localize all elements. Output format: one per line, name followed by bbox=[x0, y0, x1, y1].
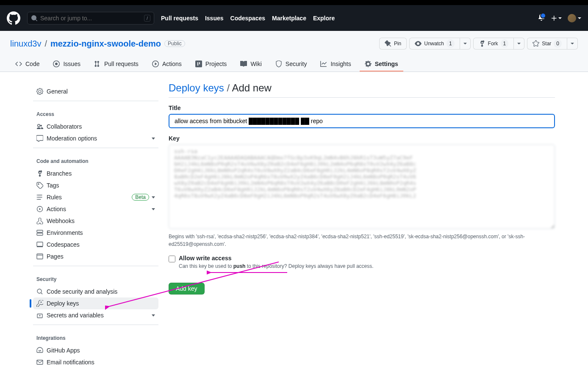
mail-icon bbox=[36, 359, 43, 366]
search-box[interactable]: / bbox=[27, 12, 154, 25]
sidebar-item-moderation[interactable]: Moderation options bbox=[33, 132, 158, 144]
sidebar-item-secrets[interactable]: Secrets and variables bbox=[33, 309, 158, 321]
play-icon bbox=[152, 61, 159, 67]
sidebar-item-general[interactable]: General bbox=[33, 85, 158, 97]
sidebar-item-github-apps[interactable]: GitHub Apps bbox=[33, 344, 158, 356]
sidebar-item-collaborators[interactable]: Collaborators bbox=[33, 121, 158, 132]
key-icon bbox=[36, 300, 43, 307]
repo-actions: Pin Unwatch 1 Fork 1 bbox=[379, 38, 578, 50]
tab-security[interactable]: Security bbox=[270, 57, 312, 72]
tab-code[interactable]: Code bbox=[10, 57, 44, 72]
sidebar-item-branches[interactable]: Branches bbox=[33, 168, 158, 179]
key-textarea[interactable]: ssh-rsa AAAAB3NzaC1yc2EAAAADAQABAAACAQDm… bbox=[169, 144, 555, 229]
eye-icon bbox=[415, 40, 422, 47]
tab-issues[interactable]: Issues bbox=[48, 57, 85, 72]
avatar bbox=[568, 14, 576, 22]
search-icon bbox=[31, 15, 38, 22]
star-button[interactable]: Star 0 bbox=[527, 38, 567, 50]
comment-icon bbox=[36, 135, 43, 142]
pin-icon bbox=[385, 40, 391, 47]
notifications-button[interactable] bbox=[538, 14, 545, 22]
nav-pull-requests[interactable]: Pull requests bbox=[161, 15, 198, 22]
sidebar-item-tags[interactable]: Tags bbox=[33, 179, 158, 191]
plus-icon bbox=[551, 15, 557, 22]
star-menu[interactable] bbox=[567, 38, 578, 50]
fork-menu[interactable] bbox=[514, 38, 524, 50]
breadcrumb-current: Add new bbox=[232, 82, 271, 94]
browser-tabstrip-area bbox=[0, 0, 588, 5]
bell-icon bbox=[538, 14, 545, 21]
nav-marketplace[interactable]: Marketplace bbox=[272, 15, 306, 22]
tag-icon bbox=[36, 182, 43, 189]
main-area: General Access Collaborators Moderation … bbox=[23, 72, 565, 382]
search-kbd-hint: / bbox=[144, 15, 150, 22]
create-new-menu[interactable] bbox=[551, 15, 562, 22]
github-logo-icon[interactable] bbox=[7, 11, 20, 25]
caret-down-icon bbox=[578, 17, 581, 19]
tab-wiki[interactable]: Wiki bbox=[235, 57, 266, 72]
caret-down-icon bbox=[463, 43, 467, 44]
visibility-badge: Public bbox=[164, 40, 185, 47]
sidebar-heading-security: Security bbox=[33, 270, 158, 286]
hubot-icon bbox=[36, 347, 43, 354]
gear-icon bbox=[365, 61, 372, 67]
key-label: Key bbox=[169, 135, 555, 142]
sidebar-heading-code: Code and automation bbox=[33, 151, 158, 168]
svg-rect-7 bbox=[37, 360, 43, 364]
people-icon bbox=[36, 123, 43, 130]
lock-asterisk-icon bbox=[36, 312, 43, 319]
repo-title: linuxd3v / mezzio-nginx-swoole-demo Publ… bbox=[10, 39, 185, 49]
fork-button[interactable]: Fork 1 bbox=[473, 38, 514, 50]
user-menu[interactable] bbox=[568, 14, 581, 22]
tab-settings[interactable]: Settings bbox=[360, 57, 403, 72]
tab-pulls[interactable]: Pull requests bbox=[89, 57, 144, 72]
unwatch-menu[interactable] bbox=[460, 38, 471, 50]
sidebar-item-pages[interactable]: Pages bbox=[33, 251, 158, 262]
sidebar-item-codespaces[interactable]: Codespaces bbox=[33, 239, 158, 251]
repo-name-link[interactable]: mezzio-nginx-swoole-demo bbox=[50, 39, 161, 49]
sidebar-item-rules[interactable]: RulesBeta bbox=[33, 191, 158, 203]
nav-codespaces[interactable]: Codespaces bbox=[230, 15, 265, 22]
chevron-down-icon bbox=[152, 138, 155, 140]
unwatch-button[interactable]: Unwatch 1 bbox=[409, 38, 460, 50]
graph-icon bbox=[320, 61, 327, 67]
title-input[interactable] bbox=[169, 114, 555, 128]
sidebar-item-webhooks[interactable]: Webhooks bbox=[33, 215, 158, 227]
title-label: Title bbox=[169, 105, 555, 111]
global-header: / Pull requests Issues Codespaces Market… bbox=[0, 5, 588, 31]
book-icon bbox=[240, 61, 247, 67]
beta-badge: Beta bbox=[132, 194, 149, 201]
allow-write-checkbox[interactable] bbox=[169, 256, 175, 262]
pin-button[interactable]: Pin bbox=[379, 38, 407, 50]
shield-search-icon bbox=[36, 288, 43, 295]
svg-rect-1 bbox=[37, 230, 43, 232]
sidebar-item-email-notifications[interactable]: Email notifications bbox=[33, 356, 158, 368]
pull-request-icon bbox=[94, 61, 101, 67]
nav-explore[interactable]: Explore bbox=[313, 15, 335, 22]
star-icon bbox=[533, 40, 539, 47]
browser-icon bbox=[36, 253, 43, 260]
sidebar-item-deploy-keys[interactable]: Deploy keys bbox=[33, 297, 158, 309]
search-input[interactable] bbox=[40, 15, 144, 22]
svg-rect-3 bbox=[37, 242, 43, 246]
gear-icon bbox=[36, 88, 43, 95]
repo-header: linuxd3v / mezzio-nginx-swoole-demo Publ… bbox=[0, 31, 588, 72]
rules-icon bbox=[36, 194, 43, 201]
project-icon bbox=[195, 61, 202, 67]
sidebar-item-code-security[interactable]: Code security and analysis bbox=[33, 286, 158, 297]
nav-issues[interactable]: Issues bbox=[205, 15, 224, 22]
branch-icon bbox=[36, 170, 43, 177]
add-key-button[interactable]: Add key bbox=[169, 283, 205, 295]
header-nav: Pull requests Issues Codespaces Marketpl… bbox=[161, 15, 335, 22]
tab-insights[interactable]: Insights bbox=[315, 57, 356, 72]
annotation-arrow bbox=[207, 268, 291, 277]
issue-icon bbox=[53, 61, 60, 67]
sidebar-item-environments[interactable]: Environments bbox=[33, 227, 158, 239]
tab-projects[interactable]: Projects bbox=[190, 57, 232, 72]
key-help-text: Begins with 'ssh-rsa', 'ecdsa-sha2-nistp… bbox=[169, 233, 555, 248]
tab-actions[interactable]: Actions bbox=[147, 57, 187, 72]
breadcrumb-deploy-keys[interactable]: Deploy keys bbox=[169, 82, 224, 94]
repo-tabs: Code Issues Pull requests Actions Projec… bbox=[10, 57, 578, 72]
repo-owner-link[interactable]: linuxd3v bbox=[10, 39, 41, 49]
sidebar-item-actions[interactable]: Actions bbox=[33, 203, 158, 215]
